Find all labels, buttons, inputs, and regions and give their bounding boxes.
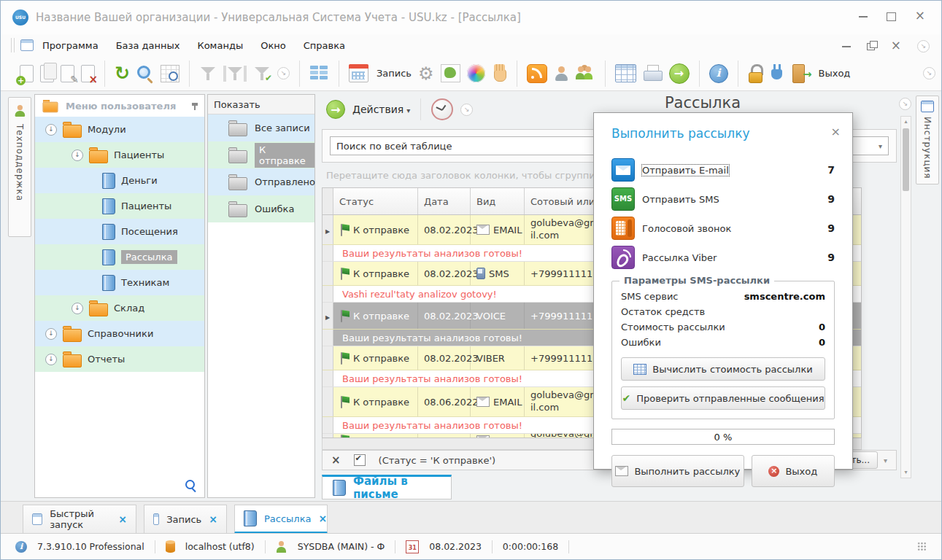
tree-item-tekhnikam[interactable]: Техникам [35, 270, 204, 295]
minimize-button[interactable] [859, 16, 868, 18]
send-sms-action[interactable]: Отправить SMS 9 [611, 184, 835, 214]
show-item-to-send[interactable]: К отправке [208, 141, 314, 168]
calculate-cost-button[interactable]: Вычислить стоимость рассылки [621, 357, 825, 381]
hand-icon[interactable] [492, 64, 507, 82]
tree-item-otchety[interactable]: Отчеты [35, 346, 204, 372]
clock-icon[interactable] [431, 98, 453, 120]
mdi-minimize-button[interactable] [842, 46, 851, 47]
printer-icon[interactable] [643, 65, 663, 82]
run-mailing-button[interactable]: Выполнить рассылку [611, 455, 744, 487]
actions-overflow-icon[interactable] [460, 104, 473, 116]
expand-icon[interactable] [72, 303, 83, 314]
plugin-icon[interactable] [770, 64, 784, 82]
expand-icon[interactable] [72, 149, 83, 161]
column-date[interactable]: Дата [418, 188, 471, 214]
info-icon[interactable] [709, 64, 728, 83]
users-group-icon[interactable] [575, 65, 595, 82]
exit-door-icon[interactable] [791, 63, 811, 83]
column-status[interactable]: Статус [333, 188, 418, 214]
map-icon[interactable] [441, 64, 460, 82]
chevron-down-icon[interactable] [879, 142, 882, 150]
tree-item-moduli[interactable]: Модули [35, 117, 204, 142]
filter-checkbox[interactable] [354, 454, 366, 466]
menubar-overflow-icon[interactable] [917, 40, 930, 52]
exit-label[interactable]: Выход [819, 68, 851, 79]
clear-filter-icon[interactable] [331, 454, 341, 467]
mdi-restore-button[interactable] [867, 43, 875, 50]
record-calendar-icon[interactable] [349, 64, 368, 82]
refresh-icon[interactable] [115, 64, 130, 83]
scroll-down-icon[interactable]: ▾ [901, 467, 911, 478]
vertical-scrollbar[interactable]: ▴ ▾ [900, 116, 911, 478]
record-label[interactable]: Запись [377, 68, 412, 79]
show-item-error[interactable]: Ошибка [208, 195, 314, 222]
menu-window[interactable]: Окно [252, 40, 295, 51]
tree-item-pacienty-folder[interactable]: Пациенты [35, 142, 204, 168]
filter-apply-icon[interactable] [253, 66, 271, 82]
mdi-close-button[interactable] [891, 41, 901, 52]
folder-icon [63, 354, 82, 368]
user-access-icon[interactable] [554, 65, 568, 82]
tab-record[interactable]: Запись [144, 505, 227, 534]
expand-icon[interactable] [45, 124, 57, 136]
tree-item-sklad[interactable]: Склад [35, 295, 204, 321]
layout-grid-icon[interactable] [309, 65, 329, 82]
tree-item-spravochniki[interactable]: Справочники [35, 321, 204, 346]
tree-item-dengi[interactable]: Деньги [35, 168, 204, 193]
copy-record-icon[interactable] [40, 65, 54, 82]
lock-icon[interactable] [748, 64, 763, 82]
toolbar-overflow-right-icon[interactable] [923, 67, 935, 79]
tree-item-poseshcheniya[interactable]: Посещения [35, 219, 204, 244]
menu-database[interactable]: База данных [107, 40, 189, 51]
tree-item-rassylka[interactable]: Рассылка [35, 244, 204, 270]
resize-grip[interactable] [917, 542, 927, 551]
pin-icon[interactable] [191, 101, 198, 111]
filter-panel-icon[interactable] [223, 66, 247, 82]
table-icon[interactable] [615, 64, 636, 82]
tab-close-icon[interactable] [319, 513, 328, 524]
viber-action[interactable]: Рассылка Viber 9 [611, 243, 835, 272]
tab-close-icon[interactable] [118, 513, 127, 525]
close-button[interactable] [915, 11, 925, 22]
show-item-sent[interactable]: Отправлено [208, 168, 314, 195]
rss-icon[interactable] [527, 64, 547, 83]
instruction-tab[interactable]: Инструкция [916, 96, 939, 184]
main-overflow-icon[interactable] [899, 98, 911, 110]
timer-label: 0:00:00:168 [503, 541, 558, 552]
tree-search-icon[interactable] [185, 480, 197, 491]
filter-icon[interactable] [199, 66, 217, 82]
maximize-button[interactable] [887, 12, 896, 21]
color-wheel-icon[interactable] [467, 64, 485, 82]
filter-dropdown-icon[interactable] [884, 456, 887, 464]
actions-button[interactable]: Действия [352, 104, 410, 115]
show-item-all[interactable]: Все записи [208, 114, 314, 141]
search-icon[interactable] [136, 65, 154, 82]
tab-mailing-active[interactable]: Рассылка [234, 505, 328, 534]
send-email-action[interactable]: Отправить E-mail 7 [611, 155, 835, 184]
expand-icon[interactable] [45, 354, 57, 365]
scrollbar-thumb[interactable] [903, 128, 909, 191]
menu-commands[interactable]: Команды [188, 40, 252, 51]
go-arrow-icon[interactable] [669, 63, 690, 84]
column-kind[interactable]: Вид [471, 188, 525, 214]
search-table-icon[interactable] [161, 65, 179, 82]
expand-icon[interactable] [45, 328, 57, 340]
edit-record-icon[interactable] [61, 65, 74, 82]
toolbar-overflow-icon[interactable] [277, 67, 290, 79]
host-label: localhost (utf8) [185, 541, 255, 552]
support-tab[interactable]: Техподдержка [8, 97, 31, 237]
tree-item-pacienty[interactable]: Пациенты [35, 193, 204, 219]
tab-close-icon[interactable] [209, 513, 217, 525]
dialog-exit-button[interactable]: Выход [752, 455, 835, 487]
menu-help[interactable]: Справка [295, 40, 354, 51]
dialog-close-icon[interactable] [831, 125, 841, 139]
settings-gear-icon[interactable] [418, 64, 434, 83]
voice-call-action[interactable]: Голосовой звонок 9 [611, 214, 835, 243]
delete-record-icon[interactable] [81, 65, 95, 82]
files-in-letter-tab[interactable]: Файлы в письме [322, 475, 452, 499]
tab-quick-launch[interactable]: Быстрый запуск [23, 505, 136, 534]
menu-program[interactable]: Программа [34, 40, 107, 51]
scroll-up-icon[interactable]: ▴ [901, 117, 911, 127]
add-record-icon[interactable] [20, 65, 34, 82]
check-sent-button[interactable]: Проверить отправленные сообщения [621, 386, 825, 410]
